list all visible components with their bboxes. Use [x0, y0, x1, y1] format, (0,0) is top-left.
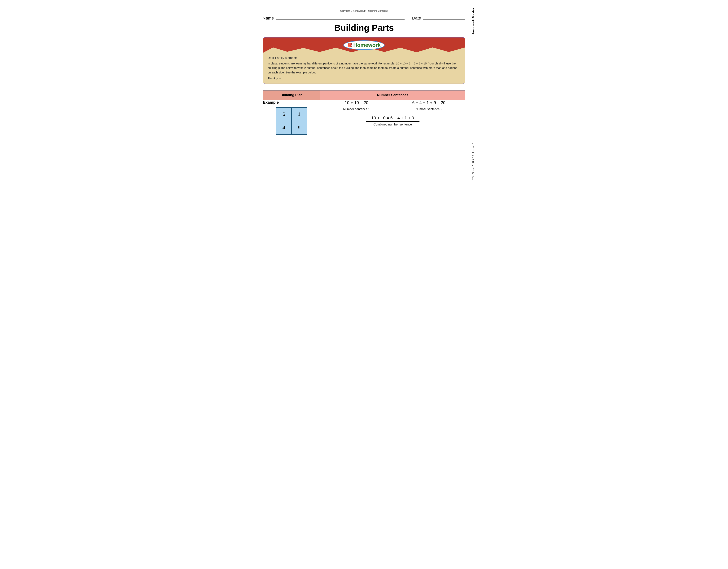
date-label: Date — [412, 16, 421, 21]
name-label: Name — [263, 16, 274, 21]
plan-header: Building Plan — [263, 90, 320, 100]
sentence2-label: Number sentence 2 — [410, 107, 448, 111]
homework-master-label: Homework Master — [471, 8, 475, 35]
sentence1-block: 10 + 10 = 20 Number sentence 1 — [337, 100, 376, 111]
sentence1-label: Number sentence 1 — [337, 107, 376, 111]
example-row: Example 6 1 4 9 10 + 10 = 20 Number sent… — [263, 100, 465, 135]
homework-banner: 🎒 Homework — [263, 37, 465, 53]
side-tab: Homework Master TG • Grade 2 • Unit 10 •… — [469, 4, 477, 184]
sentences-cell: 10 + 10 = 20 Number sentence 1 6 + 4 + 1… — [320, 100, 465, 135]
grade-unit-lesson-label: TG • Grade 2 • Unit 10 • Lesson 6 — [472, 143, 475, 180]
example-label: Example — [263, 100, 320, 105]
combined-label: Combined number sentence — [320, 123, 465, 126]
sentence1-equation: 10 + 10 = 20 — [337, 100, 376, 106]
sentence2-equation: 6 + 4 + 1 + 9 = 20 — [410, 100, 448, 106]
homework-content: Dear Family Member: In class, students a… — [263, 53, 465, 84]
page-title: Building Parts — [263, 23, 465, 33]
name-date-row: Name Date — [263, 16, 465, 21]
homework-backpack-icon: 🎒 — [347, 43, 353, 48]
homework-logo-text: Homework — [353, 42, 381, 48]
building-cell-3: 9 — [292, 121, 307, 134]
homework-thanks: Thank you. — [268, 77, 460, 80]
sentences-header: Number Sentences — [320, 90, 465, 100]
building-cell-1: 1 — [292, 108, 307, 121]
building-cell-2: 4 — [276, 121, 292, 134]
homework-logo: 🎒 Homework — [343, 40, 385, 50]
sentences-row: 10 + 10 = 20 Number sentence 1 6 + 4 + 1… — [320, 100, 465, 111]
homework-dear: Dear Family Member: — [268, 56, 460, 60]
copyright-text: Copyright © Kendall Hunt Publishing Comp… — [263, 10, 465, 12]
main-table: Building Plan Number Sentences Example 6… — [263, 90, 465, 135]
page-wrapper: Homework Master TG • Grade 2 • Unit 10 •… — [251, 4, 477, 184]
building-cell-0: 6 — [276, 108, 292, 121]
date-line — [423, 20, 465, 20]
sentence2-block: 6 + 4 + 1 + 9 = 20 Number sentence 2 — [410, 100, 448, 111]
combined-equation: 10 + 10 = 6 + 4 + 1 + 9 — [366, 116, 419, 122]
homework-body: In class, students are learning that dif… — [268, 61, 460, 75]
name-line — [276, 20, 405, 20]
plan-cell: Example 6 1 4 9 — [263, 100, 320, 135]
combined-block: 10 + 10 = 6 + 4 + 1 + 9 Combined number … — [320, 116, 465, 126]
building-grid: 6 1 4 9 — [276, 107, 307, 135]
homework-box: 🎒 Homework Dear Family Member: In class,… — [263, 37, 465, 84]
